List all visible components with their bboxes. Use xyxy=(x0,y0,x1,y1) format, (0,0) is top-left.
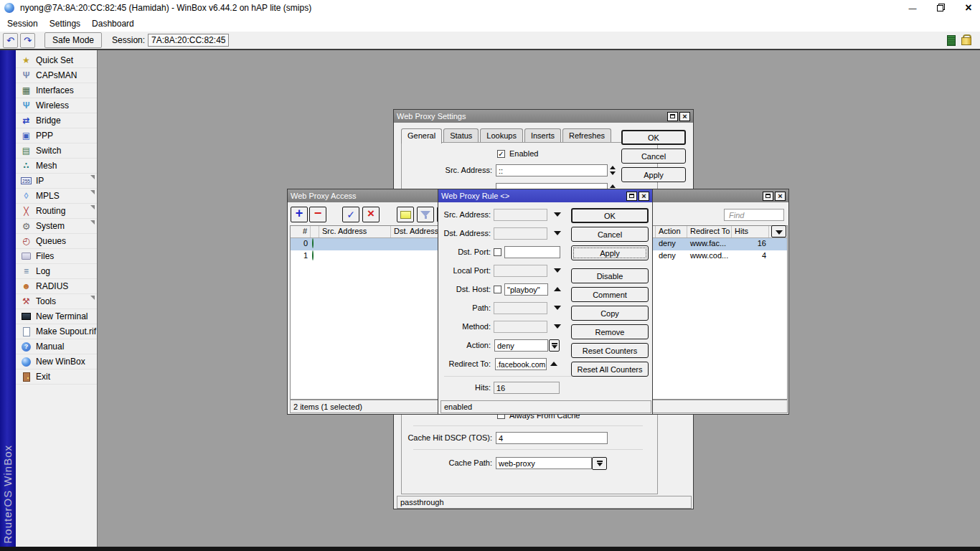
dropdown-arrow-icon[interactable] xyxy=(554,324,561,329)
maximize-button[interactable] xyxy=(626,192,637,201)
copy-button[interactable]: Copy xyxy=(571,306,649,321)
disable-button[interactable] xyxy=(362,207,380,222)
menu-dashboard[interactable]: Dashboard xyxy=(86,17,140,30)
sidebar-item-quick-set[interactable]: Quick Set xyxy=(16,53,97,68)
dst-port-checkbox[interactable] xyxy=(494,248,501,256)
close-button[interactable] xyxy=(639,192,649,201)
maximize-button[interactable] xyxy=(763,192,773,201)
column-hits[interactable]: Hits xyxy=(732,226,769,237)
collapse-arrow-icon[interactable] xyxy=(550,362,557,366)
close-button[interactable] xyxy=(679,112,690,121)
sidebar-item-bridge[interactable]: Bridge xyxy=(16,113,97,128)
restore-button[interactable] xyxy=(930,0,950,16)
enabled-checkbox[interactable] xyxy=(497,150,505,158)
redirect-to-input[interactable]: .facebook.com xyxy=(495,358,547,370)
sidebar-item-switch[interactable]: Switch xyxy=(16,143,97,159)
tab-lookups[interactable]: Lookups xyxy=(480,128,523,143)
ok-button[interactable]: OK xyxy=(571,208,649,223)
enable-button[interactable] xyxy=(342,207,359,222)
rule-titlebar[interactable]: Web Proxy Rule <> xyxy=(438,189,652,202)
src-address-combo[interactable] xyxy=(494,209,547,221)
app-titlebar[interactable]: nyong@7A:8A:20:CC:82:45 (Hamidah) - WinB… xyxy=(0,0,980,16)
tab-refreshes[interactable]: Refreshes xyxy=(562,128,611,143)
dropdown-arrow-icon[interactable] xyxy=(554,306,561,310)
sidebar-item-ip[interactable]: 255IP xyxy=(16,174,97,189)
remove-button[interactable]: Remove xyxy=(571,324,649,339)
collapse-arrow-icon[interactable] xyxy=(554,287,561,291)
reset-all-counters-button[interactable]: Reset All Counters xyxy=(571,362,649,377)
dropdown-arrow-icon[interactable] xyxy=(554,212,561,217)
sidebar-item-manual[interactable]: ?Manual xyxy=(16,339,97,354)
tab-general[interactable]: General xyxy=(401,128,442,143)
column-picker-button[interactable] xyxy=(771,225,786,237)
dst-host-input[interactable]: "playboy" xyxy=(504,283,548,296)
column-action[interactable]: Action xyxy=(656,226,687,237)
reset-counters-button[interactable]: Reset Counters xyxy=(571,343,649,358)
cancel-button[interactable]: Cancel xyxy=(571,227,649,242)
minimize-button[interactable] xyxy=(903,0,923,16)
ok-button[interactable]: OK xyxy=(621,130,686,145)
sidebar-item-files[interactable]: Files xyxy=(16,249,97,264)
switch-icon xyxy=(21,146,32,156)
apply-button[interactable]: Apply xyxy=(621,167,686,182)
sidebar-item-make-supout[interactable]: Make Supout.rif xyxy=(16,324,97,339)
close-button[interactable] xyxy=(775,192,786,201)
local-port-combo[interactable] xyxy=(494,265,547,277)
dropdown-arrow-icon[interactable] xyxy=(554,268,561,273)
redo-button[interactable]: ↷ xyxy=(20,33,35,48)
src-address-spinner[interactable] xyxy=(610,166,616,175)
cache-hit-dscp-input[interactable]: 4 xyxy=(496,432,608,444)
remove-button[interactable] xyxy=(309,207,326,222)
sidebar-item-exit[interactable]: Exit xyxy=(16,369,97,385)
exit-door-icon xyxy=(23,372,30,382)
cache-path-dropdown-button[interactable] xyxy=(592,457,607,470)
method-combo[interactable] xyxy=(494,321,547,333)
tab-status[interactable]: Status xyxy=(443,128,479,143)
close-button[interactable] xyxy=(958,0,979,16)
column-src-address[interactable]: Src. Address xyxy=(319,226,391,237)
dst-port-input[interactable] xyxy=(504,246,560,258)
action-dropdown-button[interactable] xyxy=(549,339,560,352)
sidebar-item-log[interactable]: Log xyxy=(16,264,97,279)
action-input[interactable]: deny xyxy=(494,339,548,352)
sidebar-item-wireless[interactable]: Wireless xyxy=(16,98,97,113)
sidebar-item-routing[interactable]: Routing xyxy=(16,204,97,219)
undo-button[interactable]: ↶ xyxy=(3,33,18,48)
path-combo[interactable] xyxy=(494,302,547,314)
sidebar-item-mesh[interactable]: Mesh xyxy=(16,159,97,174)
settings-titlebar[interactable]: Web Proxy Settings xyxy=(394,110,693,123)
sidebar-item-radius[interactable]: RADIUS xyxy=(16,279,97,294)
session-input[interactable]: 7A:8A:20:CC:82:45 xyxy=(148,34,229,47)
dst-address-combo[interactable] xyxy=(494,227,547,240)
tab-inserts[interactable]: Inserts xyxy=(524,128,561,143)
sidebar-item-new-terminal[interactable]: New Terminal xyxy=(16,309,97,324)
sidebar-item-new-winbox[interactable]: New WinBox xyxy=(16,354,97,369)
cache-path-input[interactable]: web-proxy xyxy=(496,457,592,469)
sidebar-item-ppp[interactable]: PPP xyxy=(16,128,97,143)
column-flag[interactable] xyxy=(311,226,319,237)
safe-mode-button[interactable]: Safe Mode xyxy=(44,32,102,48)
src-address-input[interactable]: :: xyxy=(496,164,608,176)
enabled-dot-icon xyxy=(312,238,314,248)
maximize-button[interactable] xyxy=(667,112,678,121)
sidebar-item-tools[interactable]: Tools xyxy=(16,294,97,309)
add-button[interactable] xyxy=(291,207,308,222)
column-number[interactable]: # xyxy=(291,226,311,237)
comment-button[interactable] xyxy=(397,207,414,222)
menu-settings[interactable]: Settings xyxy=(44,17,86,30)
find-input[interactable]: Find xyxy=(724,209,784,221)
column-redirect-to[interactable]: Redirect To xyxy=(687,226,732,237)
dst-host-checkbox[interactable] xyxy=(494,286,501,293)
sidebar-item-queues[interactable]: Queues xyxy=(16,234,97,249)
cancel-button[interactable]: Cancel xyxy=(621,149,686,164)
sidebar-item-system[interactable]: System xyxy=(16,219,97,234)
filter-button[interactable] xyxy=(417,207,434,222)
menu-session[interactable]: Session xyxy=(1,17,44,30)
sidebar-item-capsman[interactable]: CAPsMAN xyxy=(16,68,97,83)
dropdown-arrow-icon[interactable] xyxy=(554,231,561,235)
apply-button[interactable]: Apply xyxy=(571,245,649,260)
comment-button[interactable]: Comment xyxy=(571,287,649,302)
disable-button[interactable]: Disable xyxy=(571,268,649,283)
sidebar-item-interfaces[interactable]: Interfaces xyxy=(16,83,97,98)
sidebar-item-mpls[interactable]: MPLS xyxy=(16,189,97,204)
